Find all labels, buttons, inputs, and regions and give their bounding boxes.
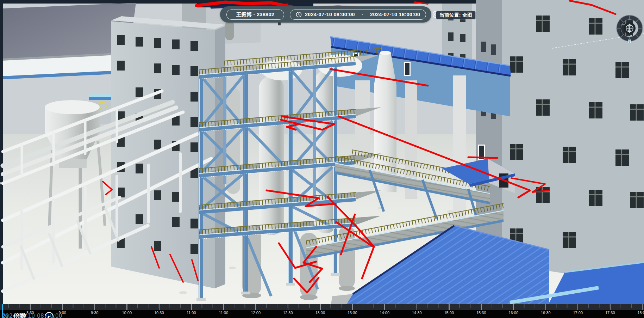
person-label: 王振博 - 238802 (236, 11, 274, 18)
compass-north-label: N (616, 39, 643, 44)
playback-controls: 2024-07-10 08:00:00 20 倍数 ▶ (0, 311, 148, 318)
tick-label: 12:00 (240, 311, 272, 315)
current-location-label: 当前位置: 全图 (439, 12, 472, 18)
top-toolbar: 王振博 - 238802 2024-07-10 08:00:00 - 2024-… (220, 6, 431, 23)
scene-3d[interactable] (0, 0, 644, 304)
time-range-picker[interactable]: 2024-07-10 08:00:00 - 2024-07-10 18:00:0… (290, 10, 426, 20)
viewport-3d[interactable] (0, 0, 644, 304)
tick-label: 14:00 (369, 311, 401, 315)
current-location-badge: 当前位置: 全图 (436, 11, 476, 19)
tick-label: 13:30 (336, 311, 369, 315)
tick-label: 15:00 (433, 311, 465, 315)
timeline-scrubber[interactable] (0, 304, 644, 310)
time-range-end: 2024-07-10 18:00:00 (370, 12, 420, 17)
navigation-compass-icon (616, 15, 643, 42)
person-selector[interactable]: 王振博 - 238802 (226, 10, 284, 20)
tick-label: 11:00 (175, 311, 208, 315)
speed-value: 20 (2, 313, 8, 318)
speed-multiplier-control[interactable]: 倍数 (13, 312, 27, 318)
gallery-support-column (453, 75, 466, 227)
app-root: 王振博 - 238802 2024-07-10 08:00:00 - 2024-… (0, 0, 644, 318)
timeline-bar: 8:30 9:00 9:30 10:00 10:30 11:00 11:30 1… (0, 304, 644, 318)
time-range-start: 2024-07-10 08:00:00 (305, 12, 355, 17)
tick-label: 13:00 (304, 311, 337, 315)
compass-gizmo[interactable]: N (616, 15, 643, 46)
play-icon: ▶ (48, 315, 50, 318)
tick-label: 16:30 (530, 311, 562, 315)
clock-icon (296, 12, 302, 18)
tick-label: 15:30 (465, 311, 498, 315)
tick-label: 11:30 (207, 311, 240, 315)
tick-label: 18:00 (626, 311, 644, 315)
tick-label: 17:00 (562, 311, 594, 315)
tick-label: 12:30 (272, 311, 304, 315)
time-range-separator: - (362, 12, 363, 17)
tick-label: 16:00 (498, 311, 530, 315)
tick-label: 17:30 (594, 311, 626, 315)
tick-label: 14:30 (401, 311, 433, 315)
